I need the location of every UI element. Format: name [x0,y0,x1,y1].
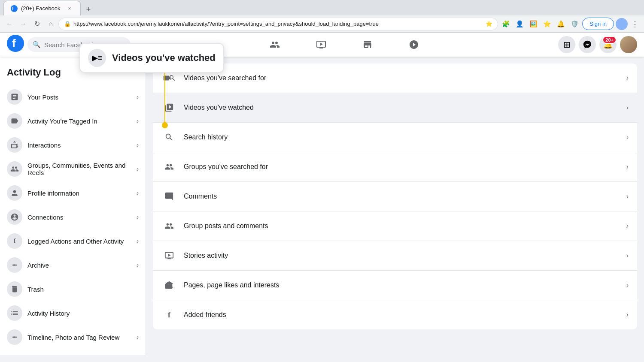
sidebar-item-connections[interactable]: Connections › [3,205,142,229]
extension-btn-1[interactable]: 🧩 [500,18,512,30]
sidebar-label-timeline-review: Timeline, Photo and Tag Review [27,334,119,341]
sidebar-item-interactions[interactable]: Interactions › [3,133,142,157]
extension-btn-4[interactable]: ⭐ [541,18,553,30]
sidebar-label-activity-history: Activity History [27,310,70,317]
browser-profile[interactable] [616,18,628,30]
content-item-videos-watched[interactable]: Videos you've watched › [153,93,637,123]
content-label-comments: Comments [184,193,620,200]
back-button[interactable]: ← [3,18,15,30]
tab-favicon: f [11,5,18,12]
sidebar-item-groups[interactable]: Groups, Communities, Events and Reels › [3,157,142,181]
sidebar-label-connections: Connections [27,214,63,221]
fb-notifications-button[interactable]: 🔔 20+ [599,36,617,53]
search-history-icon [161,130,177,145]
content-item-search-history[interactable]: Search history › [153,123,637,152]
nav-friends[interactable] [253,34,296,55]
fb-messenger-button[interactable] [579,36,596,53]
extension-btn-2[interactable]: 👤 [513,18,526,30]
url-text: https://www.facebook.com/jeremy.laukkone… [73,21,483,27]
annotation-dot [162,122,168,128]
sidebar-item-timeline-review[interactable]: Timeline, Photo and Tag Review › [3,325,142,349]
groups-icon [7,161,22,177]
extension-btn-3[interactable]: 🖼️ [527,18,539,30]
nav-marketplace[interactable] [346,34,389,55]
interactions-chevron: › [137,142,139,148]
home-button[interactable]: ⌂ [45,18,57,30]
svg-point-7 [14,336,15,338]
groups-searched-icon [161,159,177,175]
nav-groups[interactable] [392,34,435,55]
content-item-stories-activity[interactable]: Stories activity › [153,241,637,271]
sidebar-label-activity-tagged: Activity You're Tagged In [27,118,97,125]
notification-badge: 20+ [602,36,617,44]
browser-chrome: f (20+) Facebook × + ← → ↻ ⌂ 🔒 https://w… [0,0,644,33]
videos-watched-chevron: › [626,104,629,112]
activity-tagged-chevron: › [137,118,139,124]
tab-title: (20+) Facebook [21,5,62,12]
content-label-videos-searched: Videos you've searched for [184,74,620,82]
sidebar-item-your-posts[interactable]: Your Posts › [3,85,142,109]
archive-icon [7,257,22,273]
browser-tab-active[interactable]: f (20+) Facebook × [3,1,81,15]
new-tab-button[interactable]: + [82,3,94,15]
fb-grid-button[interactable]: ⊞ [558,36,575,53]
logged-actions-icon: f [7,233,22,249]
connections-icon [7,209,22,225]
sidebar-item-trash[interactable]: Trash [3,277,142,301]
refresh-button[interactable]: ↻ [31,18,43,30]
svg-point-5 [15,264,17,265]
content-item-added-friends[interactable]: f Added friends › [153,300,637,329]
fb-logo[interactable]: f [7,35,24,54]
your-posts-icon [7,89,22,105]
svg-point-6 [12,336,14,338]
content-item-group-posts[interactable]: Group posts and comments › [153,211,637,241]
added-friends-chevron: › [626,311,629,319]
sidebar-item-activity-tagged[interactable]: Activity You're Tagged In › [3,109,142,133]
forward-button[interactable]: → [17,18,29,30]
content-label-group-posts: Group posts and comments [184,222,620,230]
content-label-added-friends: Added friends [184,311,620,319]
sidebar-item-profile-info[interactable]: Profile information › [3,181,142,205]
extension-btn-6[interactable]: 🛡️ [568,18,580,30]
nav-watch[interactable] [300,34,343,55]
archive-chevron: › [137,262,139,268]
activity-history-icon [7,305,22,321]
sidebar-item-logged-actions[interactable]: f Logged Actions and Other Activity › [3,229,142,253]
group-posts-chevron: › [626,222,629,230]
callout-title: Videos you've watched [112,52,216,63]
videos-watched-icon [161,100,177,115]
stories-activity-icon [161,248,177,263]
comments-icon [161,189,177,204]
content-item-groups-searched[interactable]: Groups you've searched for › [153,152,637,182]
svg-text:f: f [12,6,14,11]
browser-menu-button[interactable]: ⋮ [629,19,641,29]
your-posts-chevron: › [137,94,139,100]
trash-icon [7,281,22,297]
groups-searched-chevron: › [626,163,629,171]
interactions-icon [7,137,22,153]
sidebar-label-interactions: Interactions [27,142,61,149]
content-item-videos-searched[interactable]: Videos you've searched for › [153,63,637,93]
fb-user-avatar[interactable] [620,36,637,53]
tab-close-button[interactable]: × [66,5,73,12]
address-bar[interactable]: 🔒 https://www.facebook.com/jeremy.laukko… [58,18,498,30]
extension-btn-5[interactable]: 🔔 [555,18,567,30]
signin-button[interactable]: Sign in [582,18,614,30]
svg-point-4 [14,264,15,265]
sidebar-label-your-posts: Your Posts [27,94,58,101]
content-card: Videos you've searched for › Videos you'… [153,63,637,329]
timeline-review-chevron: › [137,334,139,341]
content-label-pages-likes: Pages, page likes and interests [184,281,620,289]
sidebar: Activity Log Your Posts › Activity You'r… [0,57,146,355]
svg-text:f: f [12,37,16,50]
connections-chevron: › [137,214,139,220]
timeline-review-icon [7,329,22,345]
group-posts-icon [161,218,177,234]
sidebar-label-archive: Archive [27,262,49,269]
sidebar-item-archive[interactable]: Archive › [3,253,142,277]
content-item-pages-likes[interactable]: Pages, page likes and interests › [153,271,637,300]
sidebar-label-profile-info: Profile information [27,190,79,197]
sidebar-item-activity-history[interactable]: Activity History [3,301,142,325]
content-item-comments[interactable]: Comments › [153,182,637,211]
main-content: Videos you've searched for › Videos you'… [146,57,644,355]
